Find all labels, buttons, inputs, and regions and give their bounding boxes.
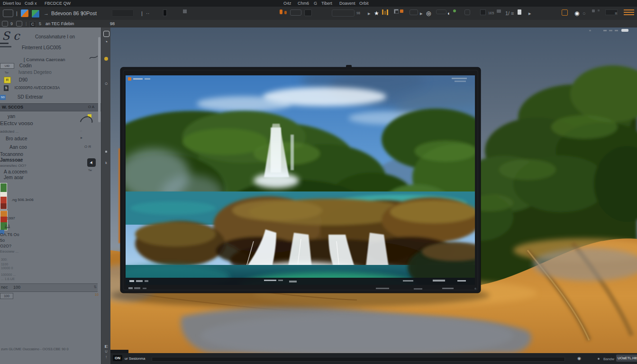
post-button[interactable]: Post (86, 9, 97, 17)
app-icon[interactable] (3, 9, 13, 17)
list-item[interactable]: SD SD Extresar (0, 94, 43, 100)
dark-knob-icon[interactable] (304, 9, 312, 16)
star-icon[interactable]: ★ (374, 9, 379, 17)
preset-title[interactable]: Consalvnature I on (35, 34, 75, 39)
slider-knob[interactable] (163, 9, 167, 16)
preset-pill[interactable] (332, 9, 355, 17)
c-tool-icon[interactable]: C (29, 21, 36, 27)
menu-lines-icon[interactable] (624, 9, 634, 10)
menu-item[interactable]: FBCDCE QW (45, 1, 71, 6)
list-item[interactable]: Jamssoae (0, 157, 23, 163)
tool-icon[interactable] (2, 21, 8, 27)
camera-icon[interactable] (497, 9, 501, 13)
pill-icon[interactable] (436, 9, 446, 14)
slider-dots[interactable]: ·· (146, 9, 149, 17)
redo-arrow-icon[interactable]: → (44, 9, 49, 17)
small-icon[interactable] (592, 9, 595, 12)
updown-icon[interactable]: ⇅ (93, 285, 97, 289)
field-icon[interactable] (464, 9, 470, 15)
list-item[interactable]: Jem aoar (4, 175, 24, 180)
bars-icon[interactable] (382, 9, 383, 15)
section-controls[interactable]: O A (88, 105, 94, 109)
value-chip[interactable]: 100 (0, 293, 13, 299)
tool-icon[interactable] (16, 21, 22, 27)
dot-icon[interactable] (105, 151, 107, 153)
curve-icon[interactable] (78, 114, 95, 131)
menu-item[interactable]: O4z (283, 1, 291, 6)
white-knob-icon[interactable] (518, 9, 521, 15)
panel-scrollbar[interactable] (98, 37, 100, 122)
list-item[interactable]: Aan coo (9, 145, 27, 150)
list-item[interactable]: wones/tec OO? (0, 164, 26, 168)
bottom-tool-icon[interactable]: ◧ (101, 344, 111, 348)
button-group[interactable] (112, 9, 134, 17)
orange-marker-icon[interactable] (284, 11, 287, 14)
circle-icon[interactable]: ○ (582, 9, 586, 17)
statusbar-right-label[interactable]: UOaETL.Hit.a (616, 355, 637, 362)
small-tool-icon[interactable] (183, 9, 187, 13)
list-item[interactable]: Tar Ivanes Degeteo (0, 70, 52, 75)
menu-item[interactable]: Divert lou (3, 1, 21, 6)
leaf-dot-icon[interactable] (453, 9, 456, 12)
layer-label[interactable]: 2.1 (5, 224, 10, 228)
list-item[interactable]: yan (8, 114, 15, 119)
list-item[interactable]: EEctcv vooso (0, 120, 33, 126)
play-icon[interactable]: ▸ (368, 9, 371, 17)
k-icon[interactable]: k (101, 161, 111, 164)
menu-item[interactable]: Codi x (25, 1, 37, 6)
orange-frame-icon[interactable] (562, 9, 568, 16)
layer-thumbnail[interactable] (0, 183, 7, 209)
list-item[interactable]: 5o (0, 238, 5, 243)
key-icon[interactable] (104, 57, 108, 61)
circle-tool-icon[interactable]: ○ (101, 81, 111, 86)
list-item[interactable]: O2O? (0, 244, 11, 248)
dial-icon[interactable]: ◔ (101, 39, 111, 45)
pointer-icon[interactable]: ▸ (420, 9, 423, 17)
layer-label[interactable]: .ng 506.3n06 (11, 198, 34, 202)
frame-tool-icon[interactable] (103, 31, 109, 37)
grid-dots-icon[interactable] (394, 9, 398, 13)
bottom-tool-icon[interactable]: U (101, 350, 111, 353)
menu-item[interactable]: Chm6 (298, 1, 309, 6)
menu-item[interactable]: Doavent (339, 1, 355, 6)
brush-preview[interactable]: S c (2, 29, 20, 43)
bottom-tool-icon[interactable]: ⊺ (101, 355, 111, 359)
list-item[interactable]: Eeooww ... (0, 249, 18, 254)
preset-subtitle[interactable]: Finterrent LGC005 (22, 45, 61, 50)
swatch-green-blue-icon[interactable] (31, 9, 40, 18)
donut-icon[interactable]: ◎ (426, 9, 431, 17)
bars-icon[interactable] (384, 11, 386, 15)
swatch-blue-orange-icon[interactable] (21, 9, 28, 17)
timeline-track[interactable] (152, 357, 565, 362)
orange-square-icon[interactable] (400, 9, 403, 13)
list-item[interactable]: R D90 (0, 77, 27, 83)
list-item[interactable]: 5 IC0000R0 AVECEOK03A (0, 85, 60, 91)
canvas-area[interactable]: ON ur Swsionma ◉ Bandw UOaETL.Hit.a (110, 27, 637, 364)
bars-icon[interactable] (387, 9, 388, 15)
list-item[interactable]: OA.T6 Oo (0, 232, 19, 237)
menu-item[interactable]: G (314, 1, 317, 6)
menu-item[interactable]: Orbit (359, 1, 369, 6)
menu-item[interactable]: Tibert (321, 1, 332, 6)
menu-lines-icon[interactable] (624, 14, 634, 15)
play-icon[interactable]: ▸ (528, 9, 531, 17)
small-icon[interactable] (598, 9, 600, 11)
layer-label[interactable]: 1997 (7, 216, 15, 220)
section-header[interactable]: W. SCCOS O A (0, 103, 101, 111)
list-item[interactable]: Bro aduce (6, 136, 27, 141)
zoom-row[interactable]: nec 100 ⇅ (0, 283, 98, 292)
target-icon[interactable]: ◉ (574, 9, 579, 17)
corner-icon[interactable]: ▸ (81, 136, 82, 140)
tool-digit[interactable]: 9 (10, 21, 13, 26)
list-item[interactable]: UID Codin (0, 63, 32, 69)
list-item[interactable]: addicted ... (0, 129, 18, 134)
pointer-chip[interactable]: ➤ (87, 158, 96, 167)
crescent-icon[interactable]: ◖ (447, 9, 450, 17)
list-item[interactable]: Tocanonno (0, 152, 23, 157)
field-icon[interactable] (290, 9, 301, 16)
target-icon[interactable]: ◉ (577, 356, 581, 361)
orange-marker-icon[interactable] (280, 9, 282, 14)
five-tool[interactable]: 5 (39, 21, 41, 26)
list-item[interactable]: A a.coceen (4, 169, 27, 174)
field-icon[interactable] (410, 9, 418, 15)
